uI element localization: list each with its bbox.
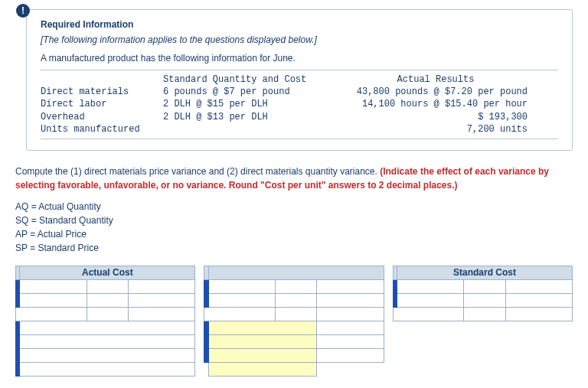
input-cell[interactable]: [317, 307, 384, 321]
data-block: Direct materials Direct labor Overhead U…: [41, 70, 558, 139]
input-cell[interactable]: [87, 307, 128, 321]
input-cell[interactable]: [505, 293, 572, 307]
input-cell[interactable]: [20, 348, 195, 362]
act-cell: $ 193,300: [324, 111, 528, 123]
std-cell: 2 DLH @ $13 per DLH: [163, 111, 324, 123]
input-cell[interactable]: [87, 279, 128, 293]
context-note: [The following information applies to th…: [41, 34, 558, 45]
input-cell[interactable]: [129, 293, 195, 307]
input-cell[interactable]: [393, 307, 464, 321]
input-cell[interactable]: [129, 307, 195, 321]
std-header: Standard Quantity and Cost: [163, 73, 324, 86]
row-label: Direct labor: [41, 98, 163, 110]
input-cell[interactable]: [20, 293, 87, 307]
required-info-title: Required Information: [41, 19, 558, 30]
col-header-actual: Actual Cost: [20, 266, 195, 279]
input-cell[interactable]: [20, 334, 195, 348]
input-cell[interactable]: [275, 293, 316, 307]
col-header-standard: Standard Cost: [397, 266, 573, 279]
input-cell[interactable]: [464, 293, 505, 307]
input-cell[interactable]: [20, 279, 87, 293]
input-cell[interactable]: [464, 307, 505, 321]
act-cell: 7,200 units: [324, 123, 528, 135]
input-cell[interactable]: [317, 321, 384, 334]
legend-line: AP = Actual Price: [15, 227, 573, 241]
input-cell[interactable]: [505, 307, 572, 321]
input-cell[interactable]: [275, 307, 316, 321]
required-info-box: ! Required Information [The following in…: [26, 9, 573, 151]
alert-icon: !: [16, 4, 30, 18]
variance-worksheet: Actual Cost Standard Cost: [15, 266, 573, 377]
input-cell[interactable]: [397, 293, 464, 307]
col-header-mid: [208, 266, 384, 279]
input-cell[interactable]: [317, 279, 384, 293]
input-cell[interactable]: [16, 307, 87, 321]
legend-line: SP = Standard Price: [15, 241, 573, 255]
input-cell[interactable]: [275, 279, 316, 293]
legend-line: AQ = Actual Quantity: [15, 200, 573, 214]
input-cell[interactable]: [204, 307, 276, 321]
input-cell[interactable]: [397, 279, 464, 293]
input-cell[interactable]: [20, 321, 195, 334]
input-cell[interactable]: [208, 279, 275, 293]
row-label: Direct materials: [41, 86, 163, 98]
question-text: Compute the (1) direct materials price v…: [15, 165, 573, 192]
input-cell[interactable]: [20, 362, 195, 376]
row-label: Overhead: [41, 111, 163, 123]
input-cell[interactable]: [208, 293, 275, 307]
input-cell[interactable]: [317, 293, 384, 307]
input-cell[interactable]: [505, 279, 572, 293]
select-cell[interactable]: [208, 321, 317, 334]
act-cell: 43,800 pounds @ $7.20 per pound: [324, 86, 528, 98]
input-cell[interactable]: [129, 279, 195, 293]
std-cell: 2 DLH @ $15 per DLH: [163, 98, 324, 110]
select-cell[interactable]: [208, 348, 317, 362]
select-cell[interactable]: [208, 362, 317, 376]
input-cell[interactable]: [464, 279, 505, 293]
act-cell: 14,100 hours @ $15.40 per hour: [324, 98, 528, 110]
input-cell[interactable]: [87, 293, 128, 307]
question-main: Compute the (1) direct materials price v…: [15, 166, 380, 177]
legend-block: AQ = Actual Quantity SQ = Standard Quant…: [15, 200, 573, 255]
row-label: Units manufactured: [41, 123, 163, 135]
input-cell[interactable]: [317, 334, 384, 348]
input-cell[interactable]: [317, 348, 384, 362]
legend-line: SQ = Standard Quantity: [15, 214, 573, 227]
std-cell: 6 pounds @ $7 per pound: [163, 86, 324, 98]
act-header: Actual Results: [344, 73, 528, 86]
select-cell[interactable]: [208, 334, 317, 348]
intro-text: A manufactured product has the following…: [41, 53, 558, 64]
